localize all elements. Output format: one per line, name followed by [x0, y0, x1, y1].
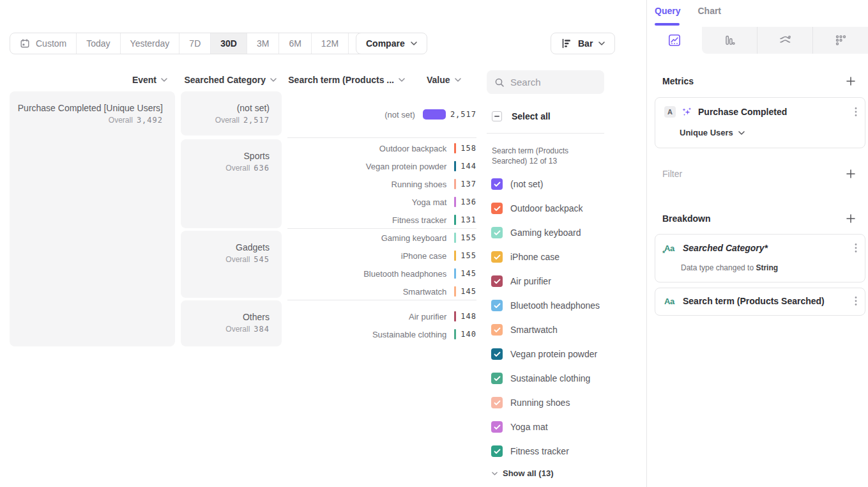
legend-item[interactable]: Smartwatch [487, 318, 646, 342]
show-all-link[interactable]: Show all (13) [492, 468, 553, 478]
term-group: Outdoor backpack158Vegan protein powder1… [287, 137, 476, 228]
chevron-down-icon [492, 472, 498, 475]
series-section-label: Search term (Products Searched) 12 of 13 [492, 146, 599, 166]
chevron-down-icon [738, 131, 745, 135]
overall-value: 3,492 [137, 116, 163, 125]
legend-item[interactable]: Vegan protein powder [487, 342, 646, 366]
report-type-insights-active[interactable] [647, 27, 702, 54]
term-value-column: (not set)2,517Outdoor backpack158Vegan p… [287, 0, 476, 487]
measure-selector[interactable]: Unique Users [680, 128, 745, 137]
series-checkbox[interactable] [491, 397, 503, 408]
table-row[interactable]: Smartwatch145 [287, 282, 476, 300]
metric-event-name: Purchase Completed [698, 107, 849, 117]
date-range-label: Custom [36, 38, 66, 49]
table-row[interactable]: Outdoor backpack158 [287, 139, 476, 157]
table-row[interactable]: Running shoes137 [287, 175, 476, 193]
value-bar [454, 286, 456, 297]
kebab-menu-icon[interactable] [855, 107, 857, 117]
legend-item[interactable]: Yoga mat [487, 415, 646, 439]
event-cell[interactable]: Purchase Completed [Unique Users] Overal… [10, 91, 175, 346]
table-row[interactable]: Gaming keyboard155 [287, 229, 476, 247]
table-row[interactable]: Sustainable clothing140 [287, 325, 476, 343]
legend-item[interactable]: Running shoes [487, 390, 646, 415]
legend-item[interactable]: iPhone case [487, 245, 646, 269]
series-checkbox[interactable] [491, 421, 503, 433]
check-icon [494, 206, 501, 212]
chart-type-button[interactable]: Bar [551, 33, 615, 54]
category-cell[interactable]: GadgetsOverall545 [181, 231, 282, 298]
table-row[interactable]: Vegan protein powder144 [287, 157, 476, 175]
value-bar [454, 179, 456, 189]
indeterminate-checkbox-icon[interactable] [492, 111, 502, 121]
value-bar [454, 215, 456, 225]
value-bar [454, 197, 456, 207]
breakdown-card-searched-category[interactable]: Aa* Searched Category* Data type changed… [655, 234, 865, 282]
add-breakdown-icon[interactable] [846, 213, 856, 224]
tab-query[interactable]: Query [655, 6, 680, 16]
report-type-retention[interactable] [812, 27, 868, 54]
select-all-checkbox[interactable]: Select all [492, 111, 551, 121]
metric-card[interactable]: A Purchase Completed Unique Users [655, 97, 865, 148]
check-icon [494, 182, 501, 187]
series-checkbox[interactable] [491, 373, 503, 384]
value-bar [454, 268, 456, 279]
main-report-area: CustomTodayYesterday7D30D3M6M12MXTD Comp… [0, 0, 646, 487]
value-bar [454, 251, 456, 261]
report-type-funnels[interactable] [702, 27, 757, 54]
date-range-yesterday[interactable]: Yesterday [120, 33, 179, 54]
date-range-today[interactable]: Today [76, 33, 119, 54]
breakdown-card-search-term[interactable]: Aa Search term (Products Searched) [655, 288, 865, 316]
legend-item[interactable]: (not set) [487, 172, 646, 196]
legend-item-label: Outdoor backpack [510, 203, 583, 213]
category-column: (not set)Overall2,517SportsOverall636Gad… [181, 0, 282, 487]
legend-item[interactable]: Outdoor backpack [487, 196, 646, 220]
calendar-icon [20, 38, 30, 49]
category-name: Others [181, 311, 270, 323]
series-checkbox[interactable] [491, 178, 503, 190]
series-search-box[interactable] [487, 70, 604, 94]
series-checkbox[interactable] [491, 348, 503, 360]
table-row[interactable]: Fitness tracker131 [287, 211, 476, 229]
check-icon [494, 254, 501, 260]
check-icon [494, 279, 501, 284]
date-range-label: Today [86, 38, 110, 49]
table-row[interactable]: Bluetooth headphones145 [287, 265, 476, 282]
tab-chart[interactable]: Chart [697, 6, 721, 16]
table-row[interactable]: (not set)2,517 [287, 91, 476, 137]
series-checkbox[interactable] [491, 275, 503, 287]
breakdown-property-name: Searched Category* [683, 243, 849, 253]
legend-item[interactable]: Bluetooth headphones [487, 293, 646, 318]
kebab-menu-icon[interactable] [855, 243, 857, 253]
table-row[interactable]: Yoga mat136 [287, 193, 476, 211]
table-row[interactable]: iPhone case155 [287, 247, 476, 265]
date-range-custom[interactable]: Custom [10, 33, 76, 54]
series-checkbox[interactable] [491, 203, 503, 214]
column-header-event[interactable]: Event [10, 74, 167, 86]
category-cell[interactable]: SportsOverall636 [181, 139, 282, 228]
legend-item[interactable]: Air purifier [487, 269, 646, 293]
category-cell[interactable]: OthersOverall384 [181, 300, 282, 346]
metric-letter-badge: A [664, 106, 676, 118]
legend-item[interactable]: Fitness tracker [487, 439, 646, 463]
search-input[interactable] [510, 77, 587, 88]
search-icon [494, 77, 505, 88]
add-metric-icon[interactable] [846, 76, 856, 86]
check-icon [494, 449, 501, 454]
series-checkbox[interactable] [491, 227, 503, 238]
kebab-menu-icon[interactable] [855, 296, 857, 306]
value-number: 140 [461, 330, 476, 339]
series-checkbox[interactable] [491, 251, 503, 263]
series-checkbox[interactable] [491, 324, 503, 336]
legend-item-label: Smartwatch [510, 325, 558, 335]
term-label: Running shoes [287, 180, 454, 189]
legend-item[interactable]: Gaming keyboard [487, 220, 646, 245]
legend-item[interactable]: Sustainable clothing [487, 366, 646, 390]
report-type-flows[interactable] [757, 27, 812, 54]
term-group: (not set)2,517 [287, 91, 476, 137]
term-label: Yoga mat [287, 197, 454, 207]
series-checkbox[interactable] [491, 445, 503, 457]
add-filter-icon[interactable] [846, 169, 856, 179]
table-row[interactable]: Air purifier148 [287, 307, 476, 325]
category-cell[interactable]: (not set)Overall2,517 [181, 91, 282, 135]
series-checkbox[interactable] [491, 300, 503, 311]
